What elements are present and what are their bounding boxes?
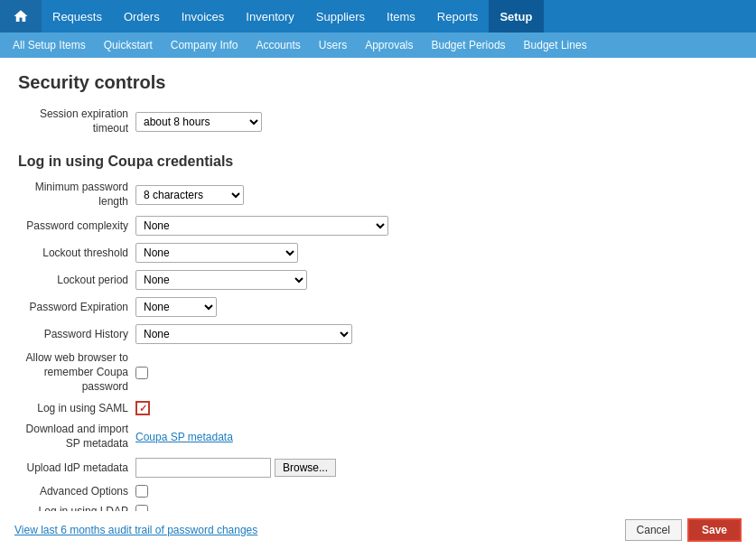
- password-expiration-row: Password Expiration None 30 days 60 days…: [18, 297, 738, 317]
- lockout-period-row: Lockout period None 15 minutes 30 minute…: [18, 270, 738, 290]
- lockout-period-select[interactable]: None 15 minutes 30 minutes 1 hour: [135, 270, 307, 290]
- min-password-row: Minimum password length 8 characters 6 c…: [18, 181, 738, 209]
- password-history-label: Password History: [18, 328, 135, 340]
- nav-orders[interactable]: Orders: [113, 0, 171, 33]
- saml-row: Log in using SAML: [18, 401, 738, 415]
- download-sp-label: Download and import SP metadata: [18, 423, 135, 451]
- nav-inventory[interactable]: Inventory: [235, 0, 304, 33]
- allow-remember-checkbox[interactable]: [135, 367, 148, 379]
- password-complexity-select[interactable]: None Low Medium High: [135, 216, 388, 236]
- subnav-approvals[interactable]: Approvals: [356, 33, 422, 58]
- coupa-credentials-heading: Log in using Coupa credentials: [18, 154, 738, 170]
- nav-invoices[interactable]: Invoices: [171, 0, 236, 33]
- allow-remember-label: Allow web browser to remember Coupa pass…: [18, 351, 135, 394]
- advanced-options-row: Advanced Options: [18, 485, 738, 498]
- nav-suppliers[interactable]: Suppliers: [305, 0, 376, 33]
- bottom-bar: View last 6 months audit trail of passwo…: [0, 511, 756, 549]
- lockout-period-label: Lockout period: [18, 274, 135, 286]
- home-button[interactable]: [0, 0, 42, 33]
- saml-label: Log in using SAML: [18, 402, 135, 414]
- download-sp-row: Download and import SP metadata Coupa SP…: [18, 423, 738, 451]
- subnav-company-info[interactable]: Company Info: [162, 33, 247, 58]
- lockout-threshold-select[interactable]: None 3 attempts 5 attempts 10 attempts: [135, 243, 298, 263]
- nav-reports[interactable]: Reports: [426, 0, 490, 33]
- password-complexity-row: Password complexity None Low Medium High: [18, 216, 738, 236]
- sub-nav: All Setup Items Quickstart Company Info …: [0, 33, 756, 58]
- nav-requests[interactable]: Requests: [42, 0, 113, 33]
- password-history-select[interactable]: None Last 3 Last 5 Last 10: [135, 324, 352, 344]
- subnav-all-setup[interactable]: All Setup Items: [4, 33, 95, 58]
- session-expiration-section: Session expiration timeout about 8 hours…: [18, 107, 738, 135]
- upload-idp-label: Upload IdP metadata: [18, 461, 135, 474]
- subnav-quickstart[interactable]: Quickstart: [95, 33, 162, 58]
- nav-items[interactable]: Items: [376, 0, 426, 33]
- subnav-budget-periods[interactable]: Budget Periods: [423, 33, 515, 58]
- nav-setup[interactable]: Setup: [489, 0, 543, 33]
- upload-idp-input[interactable]: [135, 458, 271, 478]
- audit-trail-link[interactable]: View last 6 months audit trail of passwo…: [14, 524, 257, 536]
- saml-checkbox[interactable]: [135, 401, 150, 415]
- cancel-button[interactable]: Cancel: [625, 519, 682, 541]
- min-password-label: Minimum password length: [18, 181, 135, 209]
- action-buttons: Cancel Save: [625, 518, 742, 542]
- session-expiration-row: Session expiration timeout about 8 hours…: [18, 107, 738, 135]
- password-complexity-label: Password complexity: [18, 219, 135, 232]
- lockout-threshold-label: Lockout threshold: [18, 247, 135, 259]
- password-history-row: Password History None Last 3 Last 5 Last…: [18, 324, 738, 344]
- password-expiration-label: Password Expiration: [18, 301, 135, 313]
- page-title: Security controls: [18, 72, 738, 93]
- password-expiration-select[interactable]: None 30 days 60 days 90 days: [135, 297, 217, 317]
- subnav-users[interactable]: Users: [310, 33, 356, 58]
- advanced-options-checkbox[interactable]: [135, 485, 148, 498]
- allow-remember-row: Allow web browser to remember Coupa pass…: [18, 351, 738, 394]
- save-button[interactable]: Save: [687, 518, 742, 542]
- subnav-accounts[interactable]: Accounts: [247, 33, 309, 58]
- home-icon: [13, 8, 29, 24]
- main-content: Security controls Session expiration tim…: [0, 58, 756, 539]
- session-expiration-label: Session expiration timeout: [18, 107, 135, 135]
- upload-idp-row: Upload IdP metadata Browse...: [18, 458, 738, 478]
- coupa-sp-metadata-link[interactable]: Coupa SP metadata: [135, 431, 233, 443]
- subnav-budget-lines[interactable]: Budget Lines: [515, 33, 596, 58]
- session-expiration-select[interactable]: about 8 hours about 1 hour about 2 hours…: [135, 112, 262, 132]
- min-password-select[interactable]: 8 characters 6 characters 7 characters 1…: [135, 185, 244, 205]
- top-nav: Requests Orders Invoices Inventory Suppl…: [0, 0, 756, 33]
- lockout-threshold-row: Lockout threshold None 3 attempts 5 atte…: [18, 243, 738, 263]
- advanced-options-label: Advanced Options: [18, 485, 135, 498]
- browse-button[interactable]: Browse...: [275, 459, 336, 477]
